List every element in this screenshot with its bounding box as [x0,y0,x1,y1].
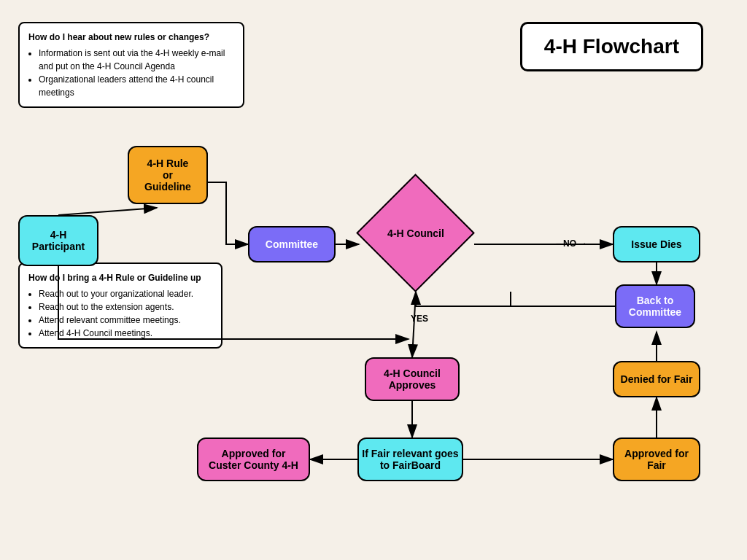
info-bottom-item-2: Reach out to the extension agents. [39,300,212,314]
node-issue-dies: Issue Dies [613,226,700,262]
council-label: 4-H Council [357,175,474,292]
node-denied-for-fair: Denied for Fair [613,361,700,397]
label-no: – NO → [556,238,587,249]
node-committee: Committee [248,226,336,262]
info-top-item-1: Information is sent out via the 4-H week… [39,47,234,73]
node-council-approves: 4-H CouncilApproves [365,357,460,401]
committee-label: Committee [266,238,318,250]
issue-dies-label: Issue Dies [631,238,681,250]
info-top-title: How do I hear about new rules or changes… [28,31,234,44]
node-back-to-committee: Back toCommittee [615,284,695,328]
info-top-item-2: Organizational leaders attend the 4-H co… [39,73,234,99]
approved-custer-label: Approved forCuster County 4-H [209,448,298,471]
canvas: 4-H Flowchart How do I hear about new ru… [0,0,747,560]
node-approved-custer: Approved forCuster County 4-H [197,438,310,481]
title-text: 4-H Flowchart [544,35,679,58]
back-committee-label: Back toCommittee [629,295,681,318]
rule-label: 4-H RuleorGuideline [144,158,191,192]
info-top-list: Information is sent out via the 4-H week… [28,47,234,99]
participant-label: 4-HParticipant [32,229,85,252]
approved-fair-label: Approved forFair [624,448,689,471]
info-bottom-list: Reach out to your organizational leader.… [28,287,212,340]
fairboard-label: If Fair relevant goesto FairBoard [362,448,458,471]
denied-label: Denied for Fair [621,373,693,385]
node-approved-for-fair: Approved forFair [613,438,700,481]
node-rule: 4-H RuleorGuideline [128,146,208,204]
info-bottom-title: How do I bring a 4-H Rule or Guideline u… [28,271,212,284]
diamond-wrapper: 4-H Council [357,175,474,292]
svg-line-1 [58,208,157,215]
flowchart-title: 4-H Flowchart [520,22,703,71]
svg-line-6 [412,292,416,357]
info-bottom-item-4: Attend 4-H Council meetings. [39,327,212,340]
node-participant: 4-HParticipant [18,215,98,266]
info-bottom-item-3: Attend relevant committee meetings. [39,314,212,327]
info-box-top: How do I hear about new rules or changes… [18,22,244,108]
council-approves-label: 4-H CouncilApproves [384,368,441,391]
label-yes: YES [411,314,428,324]
info-box-bottom: How do I bring a 4-H Rule or Guideline u… [18,262,222,349]
info-bottom-item-1: Reach out to your organizational leader. [39,287,212,300]
node-fairboard: If Fair relevant goesto FairBoard [357,438,463,481]
